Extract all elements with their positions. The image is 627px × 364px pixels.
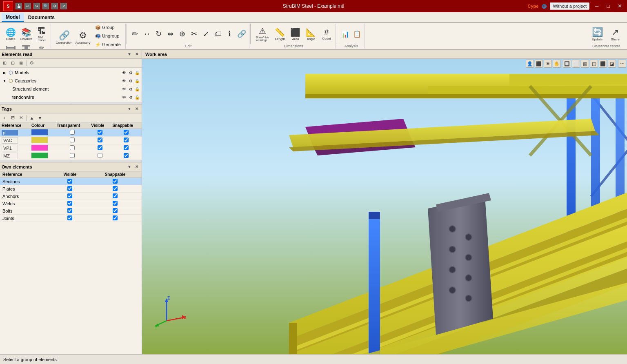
tag-visible-checkbox[interactable]: [98, 145, 102, 150]
categories-expander[interactable]: ▼: [2, 78, 7, 84]
tag-transparent-checkbox[interactable]: [70, 130, 75, 135]
vp-hand-btn[interactable]: ✋: [553, 60, 561, 68]
own-visible[interactable]: [51, 200, 89, 207]
elements-read-close-btn[interactable]: ✕: [133, 51, 140, 58]
redo-icon[interactable]: ↪: [33, 3, 40, 9]
vp-eye-btn[interactable]: 👁: [544, 60, 552, 68]
angle-button[interactable]: 📐 Angle: [304, 24, 318, 43]
tag-ref-input[interactable]: [2, 137, 18, 144]
rotate-button[interactable]: ↻: [153, 24, 165, 43]
tag-color[interactable]: [30, 144, 55, 152]
own-visible-checkbox[interactable]: [67, 215, 72, 220]
tree-categories[interactable]: ▼ ⬡ Categories 👁 ⚙ 🔒: [0, 77, 142, 85]
vp-extra-btn[interactable]: ⋯: [618, 60, 626, 68]
link-button[interactable]: 🔗: [236, 24, 247, 43]
tag-snappable[interactable]: [111, 144, 142, 152]
tag-visible[interactable]: [89, 137, 111, 144]
own-snappable[interactable]: [89, 185, 142, 193]
own-snappable-checkbox[interactable]: [113, 179, 118, 184]
own-visible[interactable]: [51, 185, 89, 193]
zoom-icon[interactable]: 🔍: [42, 3, 49, 9]
update-button[interactable]: 🔄 Update: [589, 24, 606, 43]
own-snappable-checkbox[interactable]: [113, 193, 118, 198]
vp-render1-btn[interactable]: 🔲: [563, 60, 571, 68]
tags-close-btn[interactable]: ✕: [133, 106, 140, 112]
tag-ref-input[interactable]: [2, 130, 18, 135]
tag-transparent-checkbox[interactable]: [70, 153, 75, 158]
tag-ref-input[interactable]: [2, 153, 18, 159]
own-elements-row[interactable]: Anchors: [0, 193, 142, 200]
panel-settings-btn[interactable]: ⚙: [28, 60, 36, 67]
count-button[interactable]: # Count: [319, 24, 334, 43]
tag-ref[interactable]: [0, 137, 30, 144]
own-snappable-checkbox[interactable]: [113, 186, 118, 191]
tags-add-btn[interactable]: +: [1, 114, 8, 122]
tag-ref[interactable]: [0, 129, 30, 137]
tags-delete-btn[interactable]: ✕: [17, 114, 24, 122]
tag-ref[interactable]: [0, 152, 30, 160]
tag-snappable-checkbox[interactable]: [124, 138, 129, 142]
tree-tendonwire[interactable]: tendonwire 👁 ⚙ 🔒: [0, 93, 142, 101]
tags-down-btn[interactable]: ▼: [36, 114, 44, 122]
tags-row[interactable]: [0, 137, 142, 144]
save-icon[interactable]: 💾: [16, 3, 22, 9]
tendonwire-eye-btn[interactable]: 👁: [121, 94, 127, 100]
tags-up-btn[interactable]: ▲: [28, 114, 36, 122]
tag-color[interactable]: [30, 129, 55, 137]
elements-resize-handle[interactable]: [0, 102, 142, 104]
own-snappable-checkbox[interactable]: [113, 215, 118, 220]
tag-transparent-checkbox[interactable]: [70, 138, 75, 142]
vp-render6-btn[interactable]: ◪: [608, 60, 616, 68]
tags-copy-btn[interactable]: ⊞: [9, 114, 16, 122]
own-visible-checkbox[interactable]: [67, 186, 72, 191]
tag-transparent[interactable]: [55, 144, 89, 152]
export-icon[interactable]: ↗: [60, 3, 67, 9]
own-elements-collapse-btn[interactable]: ▼: [126, 164, 133, 170]
panel-view-btn1[interactable]: ⊞: [1, 60, 8, 67]
vp-cube-btn[interactable]: ⬛: [535, 60, 543, 68]
generate-button[interactable]: ⚡ Generate: [92, 42, 124, 50]
tag-transparent-checkbox[interactable]: [70, 145, 75, 150]
own-visible[interactable]: [51, 215, 89, 222]
vp-person-btn[interactable]: 👤: [526, 60, 534, 68]
structural-settings-btn[interactable]: ⚙: [128, 86, 133, 92]
tendonwire-settings-btn[interactable]: ⚙: [128, 94, 133, 100]
models-eye-btn[interactable]: 👁: [121, 70, 127, 75]
vp-render3-btn[interactable]: ▦: [581, 60, 589, 68]
own-snappable[interactable]: [89, 207, 142, 215]
tag-visible[interactable]: [89, 152, 111, 160]
length-button[interactable]: 📏 Length: [273, 24, 287, 43]
tags-row[interactable]: [0, 152, 142, 160]
own-snappable[interactable]: [89, 193, 142, 200]
mirror-button[interactable]: ⇔: [165, 24, 176, 43]
panel-view-btn2[interactable]: ⊟: [9, 60, 16, 67]
structural-lock-btn[interactable]: 🔒: [134, 86, 140, 92]
info-button[interactable]: ℹ: [224, 24, 236, 43]
ungroup-button[interactable]: 📭 Ungroup: [92, 33, 124, 41]
connection-button[interactable]: 🔗 Connection: [55, 28, 73, 47]
panel-view-btn3[interactable]: ⊠: [17, 60, 24, 67]
move-button[interactable]: ↔: [141, 24, 153, 43]
tags-collapse-btn[interactable]: ▼: [126, 106, 133, 112]
tag-snappable-checkbox[interactable]: [124, 130, 129, 135]
categories-eye-btn[interactable]: 👁: [121, 78, 127, 84]
tag-button[interactable]: 🏷: [212, 24, 224, 43]
tags-row[interactable]: [0, 129, 142, 137]
tag-snappable-checkbox[interactable]: [124, 153, 129, 158]
tag-snappable[interactable]: [111, 152, 142, 160]
tag-visible[interactable]: [89, 144, 111, 152]
share-button[interactable]: ↗ Share: [607, 24, 624, 43]
accessory-button[interactable]: ⚙ Accessory: [73, 28, 92, 47]
tag-color[interactable]: [30, 137, 55, 144]
elements-read-collapse-btn[interactable]: ▼: [126, 51, 133, 58]
trim-button[interactable]: ✂: [189, 24, 200, 43]
show-hide-warnings-button[interactable]: ⚠ Show/hidewarnings: [253, 24, 272, 43]
own-snappable[interactable]: [89, 178, 142, 185]
libraries-button[interactable]: 📚 Libraries: [19, 24, 33, 43]
group-button[interactable]: 📦 Group: [92, 24, 124, 33]
tag-visible-checkbox[interactable]: [98, 138, 102, 142]
viewport[interactable]: 👤 ⬛ 👁 ✋ 🔲 ⬜ ▦ ◫ ⬛ ◪ ⋯: [142, 59, 627, 354]
own-snappable-checkbox[interactable]: [113, 201, 118, 206]
tag-transparent[interactable]: [55, 129, 89, 137]
tags-row[interactable]: [0, 144, 142, 152]
